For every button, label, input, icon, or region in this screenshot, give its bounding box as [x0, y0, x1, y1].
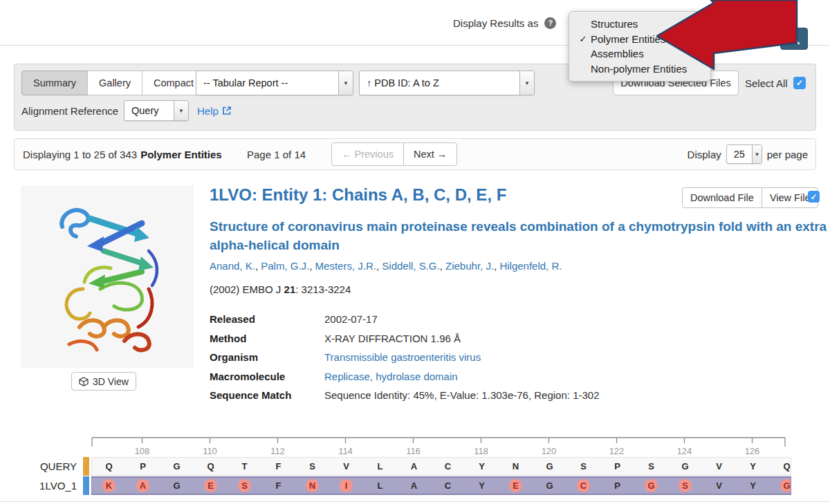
residue-cell[interactable]: A — [397, 477, 431, 494]
svg-text:110: 110 — [203, 446, 217, 456]
residue-cell[interactable]: G — [160, 458, 194, 475]
residue-cell[interactable]: E — [499, 477, 533, 494]
tab-gallery[interactable]: Gallery — [87, 71, 142, 95]
author-link[interactable]: Palm, G.J. — [261, 260, 309, 272]
residue-cell[interactable]: S — [668, 477, 702, 494]
residue-cell[interactable]: E — [194, 477, 228, 494]
download-file-button[interactable]: Download File — [682, 187, 762, 208]
sequence-row-label: QUERY — [21, 457, 83, 476]
search-button[interactable] — [780, 28, 808, 50]
tabular-report-select[interactable]: -- Tabular Report -- ▼ — [196, 71, 353, 95]
help-circle-icon[interactable]: ? — [544, 17, 556, 29]
residue-letter: P — [140, 461, 146, 472]
residue-cell[interactable]: C — [431, 477, 465, 494]
sequence-row-color-bar — [83, 476, 89, 495]
residue-cell[interactable]: G — [160, 477, 194, 494]
residue-cell[interactable]: F — [261, 458, 295, 475]
residue-cell[interactable]: V — [702, 458, 736, 475]
residue-cell[interactable]: V — [329, 458, 363, 475]
residue-cell[interactable]: Q — [194, 458, 228, 475]
detail-value: X-RAY DIFFRACTION 1.96 Å — [324, 333, 461, 344]
residue-cell[interactable]: C — [566, 477, 600, 494]
residue-cell[interactable]: S — [634, 458, 668, 475]
residue-cell[interactable]: T — [228, 458, 261, 475]
residue-cell[interactable]: L — [363, 477, 397, 494]
residue-cell[interactable]: P — [600, 458, 634, 475]
sort-order-select[interactable]: ↑ PDB ID: A to Z ▼ — [359, 71, 535, 95]
menu-item-assemblies[interactable]: Assemblies — [569, 46, 710, 62]
residue-cell[interactable]: G — [668, 458, 702, 475]
residue-cell[interactable]: V — [702, 477, 736, 494]
residue-cell[interactable]: I — [329, 477, 363, 494]
citation-line: (2002) EMBO J 21: 3213-3224 — [210, 283, 351, 295]
residue-cell[interactable]: L — [363, 458, 397, 475]
residue-letter: Y — [479, 461, 485, 472]
tab-summary[interactable]: Summary — [21, 71, 88, 95]
detail-value: Sequence Identity: 45%, E-Value: 1.303e-… — [324, 389, 600, 401]
residue-cell[interactable]: F — [261, 477, 295, 494]
section-divider — [0, 501, 830, 502]
next-page-button[interactable]: Next → — [403, 142, 457, 166]
structure-thumbnail[interactable] — [21, 185, 194, 368]
residue-cell[interactable]: N — [499, 458, 533, 475]
residue-cell[interactable]: A — [397, 458, 431, 475]
residue-cell[interactable]: A — [126, 477, 160, 494]
residue-letter: E — [509, 479, 522, 492]
residue-letter: V — [343, 461, 349, 472]
svg-text:122: 122 — [609, 446, 625, 456]
residue-cell[interactable]: S — [566, 458, 600, 475]
residue-cell[interactable]: Y — [465, 477, 499, 494]
entry-heading-link[interactable]: 1LVO: Entity 1: Chains A, B, C, D, E, F — [210, 185, 506, 205]
residue-cell[interactable]: S — [295, 458, 329, 475]
residue-letter: Q — [783, 461, 790, 472]
detail-value[interactable]: Replicase, hydrolase domain — [324, 371, 458, 382]
detail-value[interactable]: Transmissible gastroenteritis virus — [324, 351, 481, 363]
residue-cell[interactable]: K — [92, 477, 126, 494]
author-link[interactable]: Hilgenfeld, R. — [499, 260, 562, 272]
page-size-select[interactable]: 25 ▼ — [726, 144, 762, 164]
residue-letter: Y — [479, 480, 485, 491]
menu-item-polymer-entities[interactable]: ✓Polymer Entities — [569, 32, 710, 47]
previous-page-button[interactable]: ← Previous — [331, 142, 404, 166]
residue-cell[interactable]: Q — [770, 458, 791, 475]
residue-cell[interactable]: C — [431, 458, 465, 475]
author-separator: , — [440, 260, 445, 272]
residue-cell[interactable]: P — [126, 458, 160, 475]
residue-cell[interactable]: N — [295, 477, 329, 494]
detail-label: Sequence Match — [210, 389, 324, 401]
page-info: Page 1 of 14 — [247, 139, 306, 169]
checkmark-icon: ✓ — [575, 34, 591, 44]
alignment-row-1lvo-1: 1LVO_1KAGESFNILACYEGCPGSVYG — [21, 476, 802, 495]
residue-letter: A — [136, 479, 149, 492]
residue-cell[interactable]: Y — [736, 458, 770, 475]
residue-cell[interactable]: G — [533, 477, 566, 494]
residue-cell[interactable]: S — [228, 477, 261, 494]
help-link[interactable]: Help — [197, 100, 232, 121]
author-link[interactable]: Mesters, J.R. — [315, 260, 376, 272]
residue-cell[interactable]: G — [533, 458, 566, 475]
residue-cell[interactable]: P — [600, 477, 634, 494]
residue-cell[interactable]: Y — [736, 477, 770, 494]
publication-title-link[interactable]: Structure of coronavirus main proteinase… — [210, 217, 829, 254]
alignment-reference-select[interactable]: Query ▼ — [124, 100, 189, 121]
residue-letter: Y — [750, 461, 756, 472]
residue-cell[interactable]: Q — [92, 458, 126, 475]
residue-letter: G — [780, 479, 791, 492]
detail-label: Method — [210, 333, 324, 344]
menu-item-non-polymer-entities[interactable]: Non-polymer Entities — [569, 62, 710, 77]
display-results-menu: Structures✓Polymer EntitiesAssembliesNon… — [569, 11, 711, 82]
residue-cell[interactable]: Y — [465, 458, 499, 475]
author-link[interactable]: Anand, K. — [210, 260, 255, 272]
protein-structure-image — [21, 185, 194, 368]
menu-item-structures[interactable]: Structures — [569, 17, 710, 32]
residue-cell[interactable]: G — [634, 477, 668, 494]
entry-select-checkbox[interactable]: ✓ — [808, 191, 820, 203]
view-3d-button[interactable]: 3D View — [71, 372, 136, 391]
select-all-checkbox[interactable]: ✓ — [793, 77, 806, 89]
detail-row-macromolecule: MacromoleculeReplicase, hydrolase domain — [210, 367, 600, 386]
residue-letter: Q — [105, 461, 112, 472]
residue-cell[interactable]: G — [770, 477, 791, 494]
citation-volume: 21 — [284, 283, 296, 295]
author-link[interactable]: Ziebuhr, J. — [445, 260, 494, 272]
author-link[interactable]: Siddell, S.G. — [382, 260, 439, 272]
